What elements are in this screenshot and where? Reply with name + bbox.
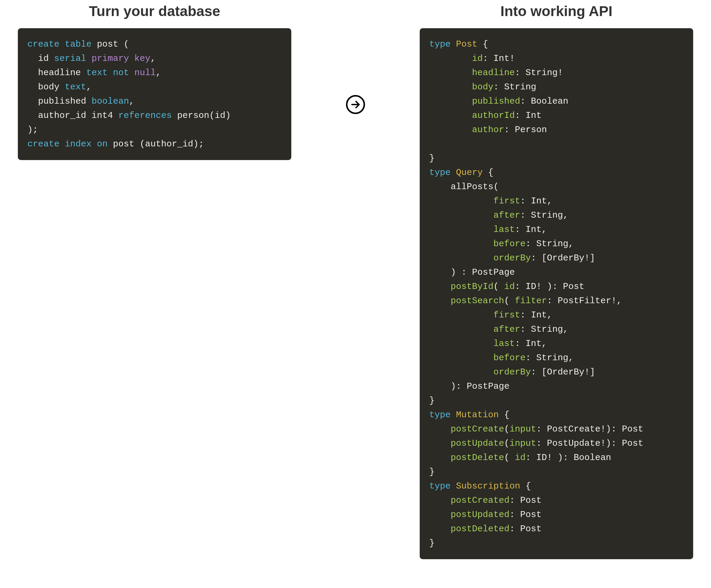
right-column: Into working API type Post { id: Int! he… (420, 0, 693, 559)
arrow-right-icon (346, 95, 365, 114)
arrow-container (291, 0, 420, 114)
sql-code-block: create table post ( id serial primary ke… (18, 28, 291, 160)
right-title: Into working API (500, 3, 612, 19)
left-title: Turn your database (89, 3, 220, 19)
left-column: Turn your database create table post ( i… (18, 0, 291, 160)
graphql-code-block: type Post { id: Int! headline: String! b… (420, 28, 693, 559)
